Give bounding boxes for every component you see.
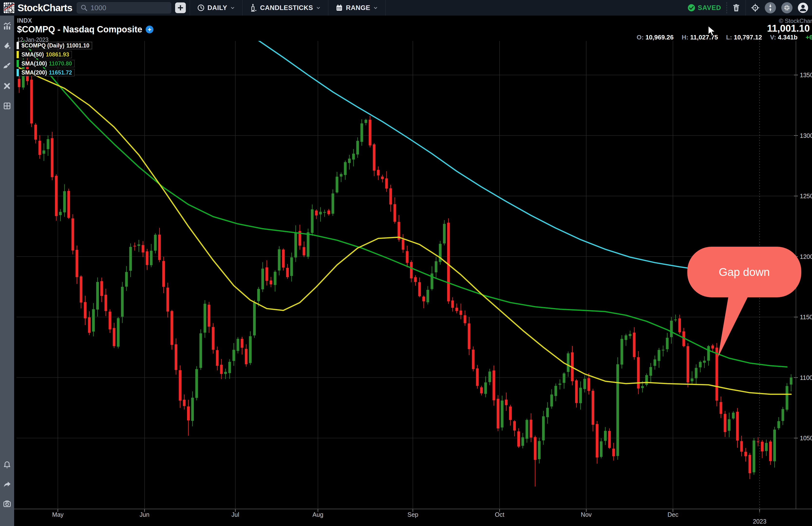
legend-row-sma50[interactable]: SMA(50)10861.93: [17, 51, 92, 58]
high-value: 11,027.75: [690, 34, 718, 41]
time-axis: MayJunJulAugSepOctNovDec2023: [14, 509, 812, 525]
chevron-down-icon: [373, 5, 378, 10]
paintbrush-icon: [3, 62, 11, 70]
candlestick-icon: [250, 4, 257, 12]
fill-color-button[interactable]: [0, 39, 14, 53]
saved-label: SAVED: [698, 4, 721, 12]
legend-label: $COMPQ (Daily): [21, 42, 64, 49]
clock-icon: [197, 4, 205, 12]
legend-label: SMA(100): [21, 60, 47, 67]
legend-swatch: [17, 42, 19, 49]
sma-line-SMA50: [19, 68, 791, 394]
add-chart-button[interactable]: [175, 2, 186, 13]
month-label: Jun: [140, 511, 149, 518]
legend-value: 11001.10: [66, 42, 89, 49]
exchange-label: INDX: [17, 17, 32, 24]
price-tick-label: 11500: [800, 313, 812, 320]
chevron-down-icon: [316, 5, 321, 10]
paint-bucket-icon: [3, 42, 11, 50]
symbol-search-box[interactable]: [77, 2, 171, 13]
account-button[interactable]: [798, 3, 808, 13]
gap-down-annotation[interactable]: Gap down: [687, 247, 801, 357]
chart-title: $COMPQ - Nasdaq Composite +: [17, 24, 154, 34]
legend-value: 10861.93: [46, 52, 69, 58]
share-button[interactable]: [0, 477, 14, 492]
chart-legend: $COMPQ (Daily)11001.10 SMA(50)10861.93 S…: [17, 42, 92, 78]
brush-button[interactable]: [0, 59, 14, 73]
camera-icon: [3, 500, 11, 508]
search-icon: [81, 4, 88, 12]
collapse-vertical-icon: [767, 4, 773, 12]
crosshair-icon: [751, 4, 759, 12]
toolbar-right-cluster: SAVED: [687, 0, 812, 16]
legend-swatch: [17, 60, 19, 67]
delete-chart-button[interactable]: [733, 4, 740, 12]
saved-status: SAVED: [687, 4, 721, 12]
grid-lines: [17, 41, 796, 515]
low-label: L:: [726, 34, 732, 41]
change-value: +69.43 (+0.64%): [806, 34, 812, 41]
legend-swatch: [17, 69, 19, 76]
plus-icon: [177, 4, 184, 11]
month-label: Jul: [231, 511, 239, 518]
person-icon: [798, 3, 808, 13]
sma-line-SMA100: [24, 41, 787, 367]
calendar-icon: [336, 4, 343, 12]
price-tick-label: 12500: [800, 193, 812, 200]
range-label: RANGE: [346, 4, 370, 12]
legend-value: 11070.80: [49, 60, 72, 67]
chart-type-dropdown[interactable]: CANDLESTICKS: [243, 0, 328, 16]
stockcharts-logo[interactable]: StockCharts: [0, 2, 72, 13]
share-icon: [3, 480, 11, 488]
volume-value: 4.341b: [778, 34, 798, 41]
month-label: May: [52, 511, 64, 518]
legend-row-price[interactable]: $COMPQ (Daily)11001.10: [17, 42, 92, 49]
check-circle-icon: [687, 4, 695, 12]
drawing-tools-icon: [3, 82, 11, 90]
open-label: O:: [637, 34, 644, 41]
annotation-tools-button[interactable]: [0, 79, 14, 93]
compress-icon: [784, 5, 790, 11]
legend-value: 11651.72: [49, 69, 72, 76]
range-dropdown[interactable]: RANGE: [328, 0, 385, 16]
chart-settings-button[interactable]: [0, 19, 14, 33]
chart-area[interactable]: 13500130001250012000115001100010500MayJu…: [14, 16, 812, 526]
month-label: Aug: [313, 511, 323, 518]
period-dropdown[interactable]: DAILY: [190, 0, 242, 16]
low-value: 10,797.12: [734, 34, 762, 41]
toolbar-dashed-divider: [726, 2, 727, 13]
month-label: Oct: [495, 511, 504, 518]
toolbar-divider: [385, 0, 386, 16]
crosshair-button[interactable]: [751, 4, 759, 12]
trash-icon: [733, 4, 740, 12]
logo-text: StockCharts: [17, 2, 72, 13]
month-label: Nov: [581, 511, 592, 518]
chevron-down-icon: [230, 5, 235, 10]
chart-title-text: $COMPQ - Nasdaq Composite: [17, 24, 142, 34]
exit-fullscreen-button[interactable]: [781, 2, 793, 13]
month-label: Sep: [407, 511, 418, 518]
add-symbol-icon[interactable]: +: [146, 26, 154, 33]
price-tick-label: 11000: [800, 374, 812, 381]
legend-label: SMA(50): [21, 52, 44, 58]
grid-layout-icon: [3, 102, 11, 110]
open-value: 10,969.26: [646, 34, 674, 41]
chart-settings-icon: [3, 22, 11, 30]
snapshot-button[interactable]: [0, 497, 14, 511]
month-label: Dec: [668, 511, 678, 518]
chart-type-label: CANDLESTICKS: [260, 4, 313, 12]
symbol-search-input[interactable]: [91, 4, 161, 12]
alerts-button[interactable]: [0, 458, 14, 472]
period-label: DAILY: [207, 4, 227, 12]
price-tick-label: 10500: [800, 435, 812, 441]
collapse-vertical-button[interactable]: [765, 2, 776, 13]
legend-row-sma100[interactable]: SMA(100)11070.80: [17, 60, 92, 67]
legend-swatch: [17, 51, 19, 58]
legend-row-sma200[interactable]: SMA(200)11651.72: [17, 69, 92, 76]
price-tick-label: 13000: [800, 132, 812, 139]
stockcharts-logo-icon: [3, 2, 15, 13]
layout-button[interactable]: [0, 99, 14, 113]
year-label: 2023: [753, 518, 767, 525]
bell-icon: [3, 461, 11, 469]
price-chart-svg[interactable]: 13500130001250012000115001100010500MayJu…: [14, 16, 812, 526]
